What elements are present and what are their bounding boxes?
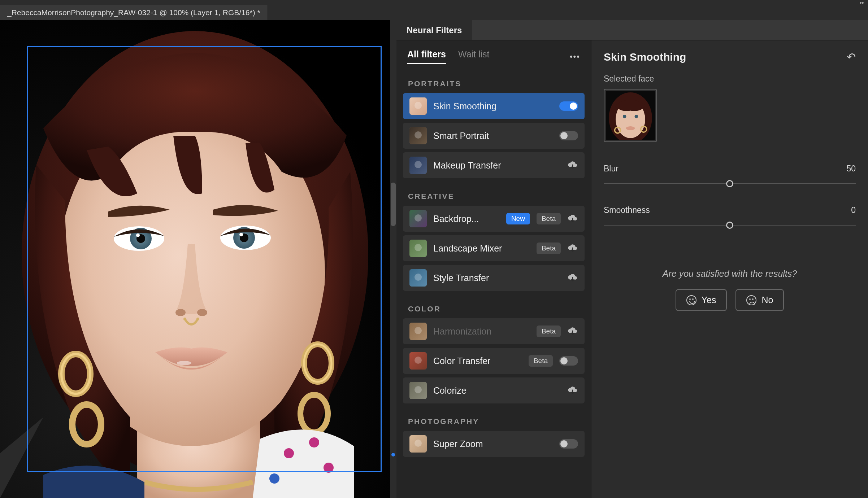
sliders-group: Blur50Smoothness0 xyxy=(604,164,856,247)
reset-icon[interactable]: ↶ xyxy=(847,51,856,63)
filter-thumb-icon xyxy=(409,97,427,115)
slider-head: Blur50 xyxy=(604,164,856,174)
filter-thumb-icon xyxy=(409,269,427,287)
svg-point-52 xyxy=(635,115,638,118)
slider-label: Smoothness xyxy=(604,205,650,215)
filter-thumb-icon xyxy=(409,127,427,144)
svg-point-14 xyxy=(197,309,207,316)
canvas-area[interactable] xyxy=(0,20,396,498)
filter-thumb-icon xyxy=(409,352,427,370)
slider-blur: Blur50 xyxy=(604,164,856,187)
filter-name: Backdrop... xyxy=(433,214,500,224)
filter-row-colorize[interactable]: Colorize xyxy=(403,377,585,403)
feedback-no-label: No xyxy=(761,295,773,305)
panel-tab-row: Neural Filters xyxy=(396,20,868,40)
slider-label: Blur xyxy=(604,164,619,174)
svg-point-41 xyxy=(415,327,422,334)
filter-list-header: All filters Wait list ••• xyxy=(396,45,591,69)
filter-row-landscape-mixer[interactable]: Landscape MixerBeta xyxy=(403,235,585,261)
slider-track[interactable] xyxy=(604,180,856,187)
tab-neural-filters[interactable]: Neural Filters xyxy=(396,20,472,40)
slider-knob[interactable] xyxy=(726,222,733,229)
svg-point-37 xyxy=(415,244,422,251)
filter-toggle[interactable] xyxy=(559,356,578,366)
svg-point-33 xyxy=(415,161,422,168)
category-label: PHOTOGRAPHY xyxy=(403,407,585,431)
category-label: COLOR xyxy=(403,294,585,318)
settings-title: Skin Smoothing xyxy=(604,51,686,63)
cloud-download-icon xyxy=(567,274,578,282)
tab-all-filters[interactable]: All filters xyxy=(407,49,446,64)
cloud-download-icon xyxy=(567,214,578,223)
filter-list-scroll[interactable]: PORTRAITSSkin SmoothingSmart PortraitMak… xyxy=(396,69,591,498)
filter-name: Colorize xyxy=(433,385,561,396)
svg-point-16 xyxy=(196,318,199,320)
tab-wait-list[interactable]: Wait list xyxy=(458,49,490,64)
feedback-yes-button[interactable]: Yes xyxy=(676,289,727,311)
svg-point-27 xyxy=(269,473,279,484)
filter-thumb-icon xyxy=(409,435,427,453)
filter-row-super-zoom[interactable]: Super Zoom xyxy=(403,431,585,457)
filter-toggle[interactable] xyxy=(559,439,578,449)
svg-point-15 xyxy=(183,318,186,320)
selected-face-thumb[interactable] xyxy=(604,89,657,142)
filter-list-pane: All filters Wait list ••• PORTRAITSSkin … xyxy=(396,40,591,498)
svg-point-51 xyxy=(623,115,626,118)
filter-name: Skin Smoothing xyxy=(433,101,553,112)
filter-thumb-icon xyxy=(409,210,427,227)
canvas-vertical-scrollbar[interactable] xyxy=(390,20,396,498)
slider-knob[interactable] xyxy=(726,180,733,187)
svg-point-13 xyxy=(175,309,186,316)
svg-point-29 xyxy=(415,102,422,109)
feedback-no-button[interactable]: No xyxy=(735,289,784,311)
svg-point-26 xyxy=(324,463,334,473)
filter-thumb-icon xyxy=(409,157,427,174)
filter-toggle[interactable] xyxy=(559,131,578,140)
canvas-image xyxy=(0,20,390,498)
scrollbar-thumb[interactable] xyxy=(391,183,396,226)
beta-badge: Beta xyxy=(537,326,561,337)
slider-track[interactable] xyxy=(604,222,856,229)
filter-row-harmonization[interactable]: HarmonizationBeta xyxy=(403,318,585,344)
filter-row-skin-smoothing[interactable]: Skin Smoothing xyxy=(403,93,585,119)
svg-point-47 xyxy=(415,440,422,447)
sad-face-icon xyxy=(746,295,756,305)
svg-point-53 xyxy=(626,126,635,130)
filter-thumb-icon xyxy=(409,382,427,399)
filter-thumb-icon xyxy=(409,240,427,257)
filter-row-style-transfer[interactable]: Style Transfer xyxy=(403,265,585,291)
scrollbar-indicator-icon xyxy=(391,453,395,457)
filter-row-smart-portrait[interactable]: Smart Portrait xyxy=(403,123,585,149)
svg-point-17 xyxy=(177,361,191,365)
panel-body: All filters Wait list ••• PORTRAITSSkin … xyxy=(396,40,868,498)
svg-point-43 xyxy=(415,357,422,364)
category-label: PORTRAITS xyxy=(403,69,585,93)
filter-thumb-icon xyxy=(409,323,427,340)
feedback-question: Are you satisfied with the results? xyxy=(604,268,856,279)
slider-value: 0 xyxy=(851,205,856,215)
document-tab-row: _RebeccaMorrisonPhotography_RAW-032-1 @ … xyxy=(0,5,868,20)
svg-point-31 xyxy=(415,131,422,139)
beta-badge: Beta xyxy=(537,243,561,254)
svg-point-45 xyxy=(415,386,422,393)
document-tab[interactable]: _RebeccaMorrisonPhotography_RAW-032-1 @ … xyxy=(0,5,268,20)
svg-point-25 xyxy=(309,437,319,447)
collapse-panels-icon[interactable]: ▸▸ xyxy=(860,0,864,5)
filter-row-makeup-transfer[interactable]: Makeup Transfer xyxy=(403,152,585,178)
filter-row-color-transfer[interactable]: Color TransferBeta xyxy=(403,348,585,374)
filter-toggle[interactable] xyxy=(559,101,578,111)
settings-header: Skin Smoothing ↶ xyxy=(604,51,856,63)
filter-row-backdrop[interactable]: Backdrop...NewBeta xyxy=(403,206,585,232)
filter-name: Landscape Mixer xyxy=(433,243,530,254)
more-options-icon[interactable]: ••• xyxy=(570,52,580,61)
beta-badge: Beta xyxy=(537,213,561,224)
slider-value: 50 xyxy=(846,164,856,174)
right-panels: Neural Filters All filters Wait list •••… xyxy=(396,20,868,498)
cloud-download-icon xyxy=(567,327,578,336)
svg-point-39 xyxy=(415,274,422,281)
filter-list-tabs: All filters Wait list xyxy=(407,49,490,64)
filter-name: Super Zoom xyxy=(433,439,553,449)
app-top-bar: ▸▸ xyxy=(0,0,868,5)
filter-name: Makeup Transfer xyxy=(433,160,561,171)
cloud-download-icon xyxy=(567,161,578,170)
